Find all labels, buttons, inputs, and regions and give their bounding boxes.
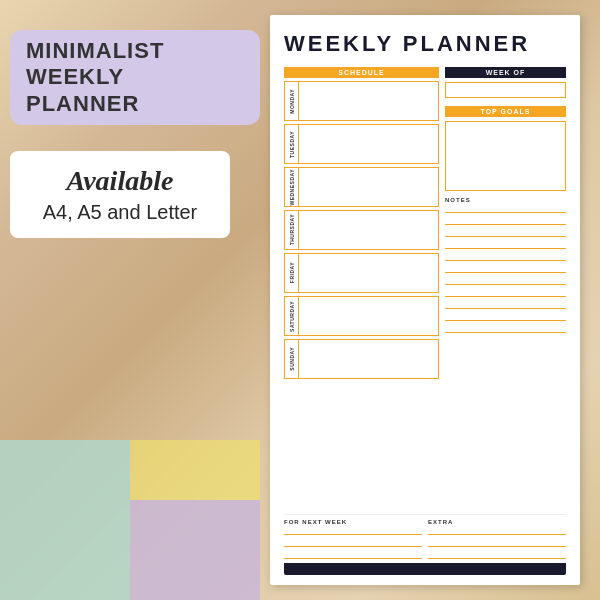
day-label-tuesday: TUESDAY	[285, 125, 299, 163]
for-next-week-col: FOR NEXT WEEK	[284, 519, 422, 559]
subtitle-area: Available A4, A5 and Letter	[10, 151, 230, 238]
week-of-header: WEEK OF	[445, 67, 566, 78]
day-text-sunday: SUNDAY	[289, 347, 295, 371]
sizes-label: A4, A5 and Letter	[30, 201, 210, 224]
bottom-line	[428, 551, 566, 559]
notes-line	[445, 265, 566, 273]
notes-section: NOTES	[445, 197, 566, 508]
day-label-thursday: THURSDAY	[285, 211, 299, 249]
notes-line	[445, 289, 566, 297]
day-content-tuesday	[299, 125, 438, 163]
notes-label: NOTES	[445, 197, 566, 203]
bottom-section: FOR NEXT WEEK EXTRA	[284, 514, 566, 559]
day-text-thursday: THURSDAY	[289, 214, 295, 245]
planner-document: WEEKLY PLANNER SCHEDULE MONDAY TUESDAY W…	[270, 15, 580, 585]
day-content-sunday	[299, 340, 438, 378]
notes-line	[445, 301, 566, 309]
day-content-wednesday	[299, 168, 438, 206]
right-column: WEEK OF TOP GOALS NOTES	[445, 67, 566, 508]
table-row: SATURDAY	[284, 296, 439, 336]
day-label-saturday: SATURDAY	[285, 297, 299, 335]
navy-bar	[284, 563, 566, 575]
title-badge: Minimalist Weekly Planner	[10, 30, 260, 125]
day-content-friday	[299, 254, 438, 292]
for-next-week-label: FOR NEXT WEEK	[284, 519, 422, 525]
week-of-box	[445, 82, 566, 98]
bottom-line	[428, 539, 566, 547]
extra-col: EXTRA	[428, 519, 566, 559]
notes-line	[445, 277, 566, 285]
color-block-purple	[130, 500, 260, 600]
title-text-line1: Minimalist	[26, 38, 164, 63]
for-next-week-lines	[284, 527, 422, 559]
bottom-line	[284, 539, 422, 547]
day-content-monday	[299, 82, 438, 120]
notes-line	[445, 229, 566, 237]
day-text-wednesday: WEDNESDAY	[289, 169, 295, 206]
bottom-line	[284, 551, 422, 559]
bottom-line	[284, 527, 422, 535]
planner-title: WEEKLY PLANNER	[284, 31, 566, 57]
table-row: SUNDAY	[284, 339, 439, 379]
day-label-friday: FRIDAY	[285, 254, 299, 292]
day-label-sunday: SUNDAY	[285, 340, 299, 378]
extra-label: EXTRA	[428, 519, 566, 525]
table-row: TUESDAY	[284, 124, 439, 164]
color-block-mint	[0, 440, 130, 600]
day-label-monday: MONDAY	[285, 82, 299, 120]
table-row: FRIDAY	[284, 253, 439, 293]
notes-line	[445, 253, 566, 261]
top-goals-header: TOP GOALS	[445, 106, 566, 117]
left-panel: Minimalist Weekly Planner Available A4, …	[10, 30, 260, 238]
notes-line	[445, 325, 566, 333]
day-text-monday: MONDAY	[289, 89, 295, 114]
bottom-line	[428, 527, 566, 535]
schedule-header: SCHEDULE	[284, 67, 439, 78]
table-row: THURSDAY	[284, 210, 439, 250]
available-label: Available	[30, 165, 210, 197]
title-text-line2: Weekly Planner	[26, 64, 139, 115]
notes-line	[445, 313, 566, 321]
notes-line	[445, 241, 566, 249]
color-block-yellow	[130, 440, 260, 500]
top-goals-box	[445, 121, 566, 191]
table-row: MONDAY	[284, 81, 439, 121]
notes-line	[445, 205, 566, 213]
day-text-tuesday: TUESDAY	[289, 131, 295, 158]
extra-lines	[428, 527, 566, 559]
day-content-saturday	[299, 297, 438, 335]
day-text-saturday: SATURDAY	[289, 301, 295, 332]
table-row: WEDNESDAY	[284, 167, 439, 207]
notes-lines	[445, 205, 566, 333]
day-text-friday: FRIDAY	[289, 262, 295, 283]
schedule-column: SCHEDULE MONDAY TUESDAY WEDNESDAY	[284, 67, 439, 508]
day-label-wednesday: WEDNESDAY	[285, 168, 299, 206]
day-content-thursday	[299, 211, 438, 249]
planner-grid: SCHEDULE MONDAY TUESDAY WEDNESDAY	[284, 67, 566, 508]
notes-line	[445, 217, 566, 225]
